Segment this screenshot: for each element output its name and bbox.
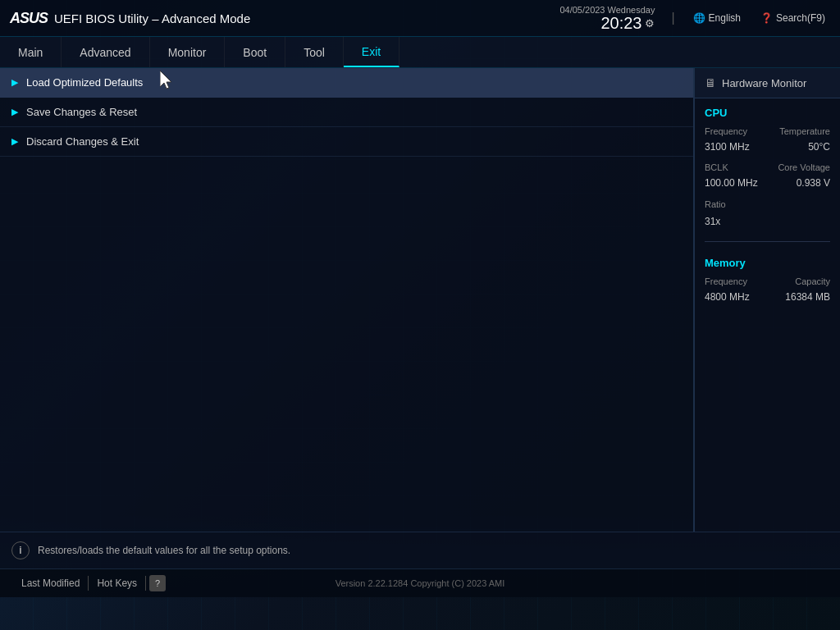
cpu-bclk-value: 100.00 MHz (705, 177, 758, 189)
footer: Last Modified Hot Keys ? Version 2.22.12… (0, 568, 840, 597)
arrow-icon-2: ▶ (11, 107, 18, 117)
hardware-monitor-header: 🖥 Hardware Monitor (695, 68, 840, 98)
cpu-temperature-value: 50°C (808, 141, 830, 153)
nav-monitor[interactable]: Monitor (150, 37, 226, 67)
menu-save-reset[interactable]: ▶ Save Changes & Reset (0, 98, 693, 127)
hot-keys-container: Hot Keys ? (89, 575, 166, 591)
navigation: Main Advanced Monitor Boot Tool Exit (0, 37, 840, 68)
memory-capacity-label: Capacity (795, 276, 830, 286)
footer-links: Last Modified Hot Keys ? (13, 575, 166, 591)
info-icon: i (11, 541, 30, 559)
cpu-ratio-value-row: 31x (695, 212, 840, 235)
nav-main[interactable]: Main (0, 37, 62, 67)
cpu-frequency-row: Frequency Temperature (695, 124, 840, 139)
nav-boot[interactable]: Boot (225, 37, 285, 67)
cpu-ratio-label: Ratio (705, 199, 726, 209)
info-bar: i Restores/loads the default values for … (0, 532, 840, 568)
memory-frequency-label: Frequency (705, 276, 747, 286)
last-modified-link[interactable]: Last Modified (13, 576, 89, 591)
cpu-core-voltage-label: Core Voltage (778, 162, 830, 172)
time-display: 20:23 ⚙ (600, 15, 655, 31)
separator: | (671, 11, 674, 25)
datetime-display: 04/05/2023 Wednesday 20:23 ⚙ (559, 5, 655, 31)
menu-discard-exit[interactable]: ▶ Discard Changes & Exit (0, 127, 693, 157)
menu-load-defaults[interactable]: ▶ Load Optimized Defaults (0, 68, 693, 98)
monitor-icon: 🖥 (705, 76, 716, 89)
help-button[interactable]: ? (149, 575, 166, 591)
cpu-ratio-value: 31x (705, 216, 720, 227)
search-button[interactable]: ❓ Search(F9) (756, 11, 830, 25)
header-controls: 04/05/2023 Wednesday 20:23 ⚙ | 🌐 English… (559, 5, 830, 31)
hardware-monitor-title: Hardware Monitor (722, 77, 806, 89)
hot-keys-link[interactable]: Hot Keys (89, 576, 146, 591)
app-title: UEFI BIOS Utility – Advanced Mode (54, 11, 250, 25)
arrow-icon: ▶ (11, 77, 18, 88)
cpu-bclk-value-row: 100.00 MHz 0.938 V (695, 175, 840, 191)
cpu-ratio-label-row: Ratio (695, 196, 840, 212)
nav-advanced[interactable]: Advanced (62, 37, 149, 67)
memory-capacity-value: 16384 MB (785, 291, 830, 303)
cpu-section-title: CPU (695, 98, 840, 124)
cpu-bclk-label: BCLK (705, 162, 728, 172)
nav-exit[interactable]: Exit (344, 37, 399, 67)
hardware-monitor-panel: 🖥 Hardware Monitor CPU Frequency Tempera… (694, 68, 840, 532)
globe-icon: 🌐 (693, 12, 705, 24)
asus-logo: ASUS (10, 10, 48, 27)
settings-icon[interactable]: ⚙ (645, 18, 655, 29)
memory-section-title: Memory (695, 249, 840, 274)
cpu-frequency-label: Frequency (705, 126, 747, 136)
cpu-bclk-row: BCLK Core Voltage (695, 160, 840, 175)
cpu-frequency-value: 3100 MHz (705, 141, 750, 153)
memory-frequency-value-row: 4800 MHz 16384 MB (695, 289, 840, 305)
cpu-frequency-value-row: 3100 MHz 50°C (695, 139, 840, 155)
main-layout: ▶ Load Optimized Defaults ▶ Save Changes… (0, 68, 840, 532)
version-text: Version 2.22.1284 Copyright (C) 2023 AMI (336, 578, 505, 588)
question-icon: ❓ (760, 12, 773, 24)
cpu-core-voltage-value: 0.938 V (797, 177, 830, 189)
language-button[interactable]: 🌐 English (688, 11, 746, 25)
info-text: Restores/loads the default values for al… (38, 545, 290, 556)
hw-divider (705, 241, 830, 242)
left-panel: ▶ Load Optimized Defaults ▶ Save Changes… (0, 68, 694, 532)
memory-frequency-label-row: Frequency Capacity (695, 274, 840, 289)
nav-tool[interactable]: Tool (285, 37, 344, 67)
header: ASUS UEFI BIOS Utility – Advanced Mode 0… (0, 0, 840, 37)
memory-frequency-value: 4800 MHz (705, 291, 750, 303)
arrow-icon-3: ▶ (11, 136, 18, 147)
cpu-temperature-label: Temperature (779, 126, 830, 136)
